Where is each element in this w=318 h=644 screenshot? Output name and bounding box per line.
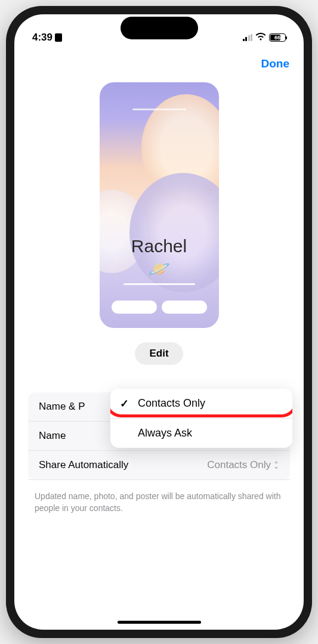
menu-option-label: Contacts Only [138, 397, 205, 409]
poster-action-pills [100, 301, 219, 314]
battery-percentage: 66 [274, 35, 280, 41]
settings-group: Name & P Name Share Automatically Contac… [28, 392, 290, 480]
status-left: 4:39 [32, 32, 62, 44]
menu-option-label: Always Ask [138, 427, 192, 439]
nav-bar: Done [14, 50, 304, 78]
menu-option-contacts-only[interactable]: ✓ Contacts Only [110, 389, 292, 419]
poster-pill [112, 301, 157, 314]
focus-icon [55, 33, 62, 42]
done-button[interactable]: Done [261, 57, 290, 70]
setting-label: Share Automatically [39, 459, 128, 471]
setting-value: Contacts Only [207, 459, 279, 471]
home-indicator[interactable] [118, 621, 201, 624]
dynamic-island [121, 17, 198, 39]
setting-label: Name [39, 430, 66, 442]
share-automatically-row[interactable]: Share Automatically Contacts Only [28, 451, 290, 480]
footer-description: Updated name, photo, and poster will be … [30, 491, 292, 514]
setting-label: Name & P [39, 401, 85, 413]
chevron-updown-icon [273, 461, 279, 469]
share-options-popup: ✓ Contacts Only Always Ask [110, 389, 292, 448]
contact-poster-preview[interactable]: Rachel 🪐 [100, 82, 219, 328]
poster-decoration-line [132, 109, 186, 110]
cellular-signal-icon [243, 34, 253, 41]
status-right: 66 [243, 32, 286, 43]
saturn-icon: 🪐 [100, 258, 219, 279]
phone-frame: 4:39 66 Done [6, 6, 312, 638]
content-area: Rachel 🪐 Edit Name & P Name Share Automa… [14, 78, 304, 514]
edit-button[interactable]: Edit [135, 342, 183, 365]
checkmark-icon: ✓ [120, 397, 129, 410]
menu-option-always-ask[interactable]: Always Ask [110, 419, 292, 448]
poster-contact-name: Rachel [100, 236, 219, 256]
battery-icon: 66 [269, 33, 286, 42]
screen: 4:39 66 Done [14, 14, 304, 630]
wifi-icon [255, 32, 266, 43]
poster-decoration-line [124, 283, 195, 285]
status-time: 4:39 [32, 32, 53, 44]
poster-pill [162, 301, 207, 314]
